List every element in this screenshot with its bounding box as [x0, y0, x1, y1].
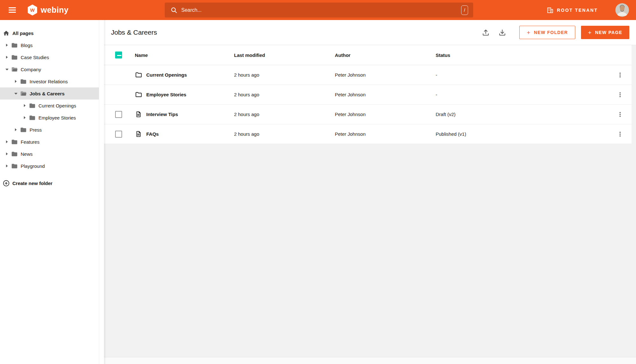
tenant-selector[interactable]: ROOT TENANT — [547, 0, 598, 20]
chevron-right-icon[interactable] — [23, 116, 28, 120]
row-status: - — [436, 92, 608, 97]
circle-plus-icon — [3, 180, 10, 187]
page-header: Jobs & Careers + NEW FOLDER + — [104, 20, 636, 45]
sidebar-item-jobs-careers[interactable]: Jobs & Careers — [0, 87, 99, 100]
row-status: Published (v1) — [436, 131, 608, 137]
column-header-name[interactable]: Name — [135, 52, 234, 58]
row-checkbox[interactable] — [115, 131, 122, 138]
table-row-faqs[interactable]: FAQs 2 hours ago Peter Johnson Published… — [104, 124, 632, 144]
column-header-author[interactable]: Author — [335, 52, 436, 58]
row-name: Current Openings — [146, 72, 187, 78]
sidebar-item-news[interactable]: News — [0, 148, 99, 160]
chevron-right-icon[interactable] — [5, 43, 10, 47]
export-upload-button[interactable] — [479, 25, 493, 39]
row-author: Peter Johnson — [335, 92, 436, 97]
folder-open-icon — [20, 90, 27, 97]
sidebar-item-employee-stories[interactable]: Employee Stories — [0, 112, 99, 124]
row-last-modified: 2 hours ago — [234, 92, 335, 97]
chevron-right-icon[interactable] — [5, 152, 10, 156]
sidebar-item-features[interactable]: Features — [0, 136, 99, 148]
create-new-folder-label: Create new folder — [12, 181, 52, 186]
sidebar-item-press[interactable]: Press — [0, 124, 99, 136]
kebab-menu-icon — [616, 130, 624, 138]
row-actions-menu-button[interactable] — [614, 88, 626, 101]
row-name: FAQs — [146, 131, 159, 137]
table-header-row: Name Last modified Author Status — [104, 45, 632, 65]
keyboard-shortcut-badge: / — [461, 5, 468, 15]
chevron-right-icon[interactable] — [23, 104, 28, 107]
page-title: Jobs & Careers — [111, 29, 157, 36]
sidebar-scrollbar-gutter[interactable] — [99, 20, 104, 364]
table-row-interview-tips[interactable]: Interview Tips 2 hours ago Peter Johnson… — [104, 105, 632, 124]
webiny-logo[interactable]: W webiny — [27, 4, 69, 16]
search-bar[interactable]: / — [165, 3, 473, 17]
search-icon — [170, 7, 177, 14]
folder-icon — [20, 78, 27, 85]
main-content: Jobs & Careers + NEW FOLDER + — [104, 20, 636, 364]
sidebar-item-label: All pages — [12, 31, 34, 36]
sidebar-item-label: Current Openings — [38, 103, 76, 108]
tenant-label: ROOT TENANT — [557, 8, 598, 13]
row-last-modified: 2 hours ago — [234, 131, 335, 137]
row-name: Employee Stories — [146, 92, 186, 97]
create-new-folder-button[interactable]: Create new folder — [0, 177, 99, 189]
sidebar-item-investor-relations[interactable]: Investor Relations — [0, 75, 99, 87]
chevron-right-icon[interactable] — [14, 128, 19, 132]
building-icon — [547, 7, 554, 14]
header-actions: + NEW FOLDER + NEW PAGE — [479, 25, 629, 39]
pages-table: Name Last modified Author Status Current… — [104, 45, 632, 144]
sidebar-item-case-studies[interactable]: Case Studies — [0, 51, 99, 63]
chevron-down-icon[interactable] — [14, 92, 19, 95]
folder-icon — [11, 139, 18, 145]
row-last-modified: 2 hours ago — [234, 112, 335, 117]
plus-icon: + — [588, 30, 592, 36]
sidebar-item-all-pages[interactable]: All pages — [0, 27, 99, 39]
home-icon — [3, 30, 10, 37]
folder-icon — [11, 163, 18, 169]
row-author: Peter Johnson — [335, 131, 436, 137]
chevron-right-icon[interactable] — [5, 55, 10, 59]
table-row-current-openings[interactable]: Current Openings 2 hours ago Peter Johns… — [104, 65, 632, 85]
sidebar-item-label: Press — [30, 127, 42, 133]
sidebar-item-playground[interactable]: Playground — [0, 160, 99, 172]
chevron-right-icon[interactable] — [14, 79, 19, 83]
avatar-image — [615, 3, 629, 17]
horizontal-scrollbar-track[interactable] — [104, 357, 636, 364]
user-avatar[interactable] — [615, 3, 629, 17]
import-download-button[interactable] — [495, 25, 509, 39]
sidebar-item-label: News — [21, 151, 33, 157]
table-row-employee-stories[interactable]: Employee Stories 2 hours ago Peter Johns… — [104, 85, 632, 105]
sidebar-item-label: Case Studies — [21, 55, 49, 60]
column-header-status[interactable]: Status — [436, 52, 608, 58]
row-last-modified: 2 hours ago — [234, 72, 335, 78]
row-author: Peter Johnson — [335, 112, 436, 117]
webiny-hexagon-icon: W — [27, 4, 38, 16]
upload-icon — [481, 28, 490, 37]
new-page-label: NEW PAGE — [595, 30, 622, 35]
folder-icon — [29, 114, 36, 121]
sidebar-item-label: Employee Stories — [38, 115, 76, 120]
chevron-down-icon[interactable] — [5, 68, 10, 71]
column-header-last-modified[interactable]: Last modified — [234, 52, 335, 58]
chevron-right-icon[interactable] — [5, 140, 10, 144]
search-input[interactable] — [181, 7, 461, 13]
sidebar-item-blogs[interactable]: Blogs — [0, 39, 99, 51]
row-checkbox[interactable] — [115, 111, 122, 118]
row-status: Draft (v2) — [436, 112, 608, 117]
sidebar-item-label: Company — [21, 67, 41, 72]
select-all-checkbox[interactable] — [115, 52, 122, 58]
chevron-right-icon[interactable] — [5, 164, 10, 168]
download-icon — [498, 28, 507, 37]
folder-open-icon — [11, 66, 18, 73]
row-actions-menu-button[interactable] — [614, 108, 626, 121]
hamburger-menu-icon[interactable] — [6, 4, 20, 17]
new-folder-label: NEW FOLDER — [534, 30, 568, 35]
new-folder-button[interactable]: + NEW FOLDER — [519, 26, 575, 39]
row-actions-menu-button[interactable] — [614, 128, 626, 141]
sidebar-item-current-openings[interactable]: Current Openings — [0, 100, 99, 112]
row-actions-menu-button[interactable] — [614, 69, 626, 81]
sidebar-item-company[interactable]: Company — [0, 63, 99, 75]
new-page-button[interactable]: + NEW PAGE — [581, 26, 629, 39]
app-body: All pages Blogs Case Studies Company Inv… — [0, 20, 636, 364]
kebab-menu-icon — [616, 71, 624, 79]
